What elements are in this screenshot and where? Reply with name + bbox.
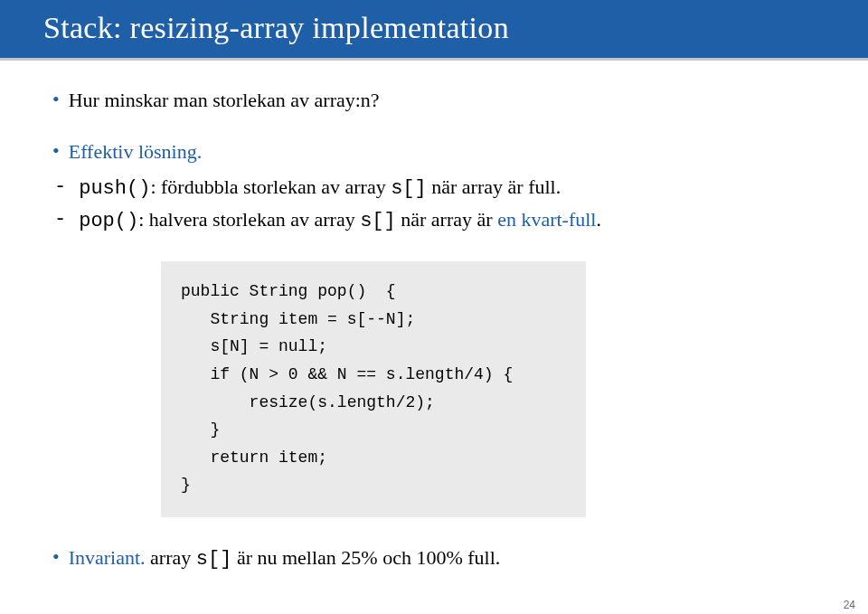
code-block: public String pop() { String item = s[--…: [161, 261, 586, 517]
code-inline: s[]: [196, 548, 232, 571]
text-inline: är nu mellan 25% och 100% full.: [231, 546, 500, 569]
code-inline: push(): [79, 177, 150, 200]
highlight-text: en kvart-full: [497, 208, 596, 231]
page-number: 24: [844, 600, 855, 610]
code-inline: s[]: [391, 177, 427, 200]
highlight-text: Invariant.: [69, 546, 146, 569]
text-inline: .: [597, 208, 602, 231]
dash-item-pop-text: pop(): halvera storlekan av array s[] nä…: [79, 206, 601, 236]
dash-item-pop: - pop(): halvera storlekan av array s[] …: [52, 206, 814, 236]
text-inline: : fördubbla storlekan av array: [150, 175, 391, 198]
dash-icon: -: [54, 206, 66, 234]
dash-icon: -: [54, 174, 66, 202]
slide-header: Stack: resizing-array implementation: [0, 0, 868, 58]
text-inline: när array är: [396, 208, 497, 231]
slide-content: • Hur minskar man storlekan av array:n? …: [0, 58, 868, 600]
bullet-dot-icon: •: [52, 138, 60, 165]
bullet-invariant-text: Invariant. array s[] är nu mellan 25% oc…: [69, 544, 501, 574]
code-inline: s[]: [360, 210, 396, 232]
bullet-invariant: • Invariant. array s[] är nu mellan 25% …: [52, 544, 814, 574]
dash-list: - push(): fördubbla storlekan av array s…: [52, 174, 814, 237]
bullet-solution: • Effektiv lösning.: [52, 138, 814, 166]
bullet-question-text: Hur minskar man storlekan av array:n?: [69, 87, 380, 115]
text-inline: : halvera storlekan av array: [138, 208, 360, 231]
bullet-dot-icon: •: [52, 544, 60, 571]
text-inline: array: [146, 546, 196, 569]
bullet-solution-label: Effektiv lösning.: [69, 138, 202, 166]
dash-item-push-text: push(): fördubbla storlekan av array s[]…: [79, 174, 561, 203]
text-inline: när array är full.: [427, 175, 561, 198]
dash-item-push: - push(): fördubbla storlekan av array s…: [52, 174, 814, 203]
bullet-dot-icon: •: [52, 87, 60, 113]
code-inline: pop(): [79, 210, 138, 232]
bullet-question: • Hur minskar man storlekan av array:n?: [52, 87, 814, 115]
slide-title: Stack: resizing-array implementation: [43, 11, 825, 45]
